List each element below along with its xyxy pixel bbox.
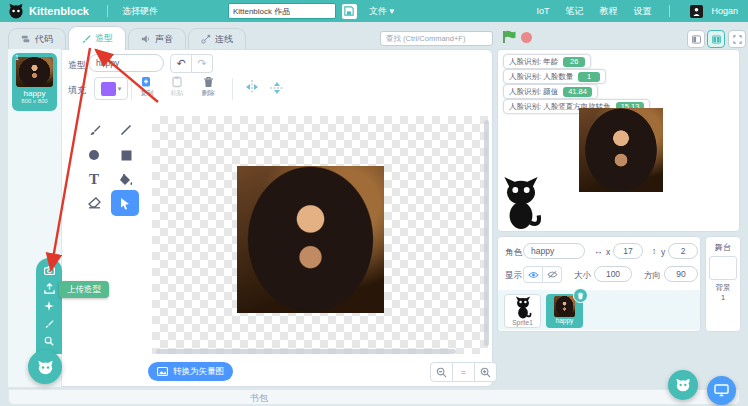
monitor-age[interactable]: 人脸识别: 年龄 26 (503, 54, 591, 69)
backdrop-count: 1 (706, 293, 740, 302)
hide-button[interactable] (543, 266, 562, 283)
horizontal-scrollbar[interactable] (156, 349, 456, 354)
stop-button[interactable] (521, 32, 532, 43)
menu-notes[interactable]: 笔记 (559, 5, 589, 18)
large-stage-button[interactable] (707, 30, 725, 48)
device-monitor-button[interactable] (707, 376, 736, 405)
monitor-beauty[interactable]: 人脸识别: 颜值 41.84 (503, 84, 598, 99)
backpack-bar[interactable]: 书包 (8, 389, 740, 405)
flip-horizontal-icon (244, 80, 260, 94)
costume-name: happy (12, 89, 57, 98)
stage-selector[interactable]: 舞台 背景 1 (705, 236, 741, 332)
surprise-icon (44, 301, 54, 311)
redo-button[interactable]: ↷ (192, 54, 213, 73)
menu-tutorial[interactable]: 教程 (593, 5, 623, 18)
menu-select-hardware[interactable]: 选择硬件 (116, 5, 164, 18)
vertical-scrollbar[interactable] (484, 120, 489, 346)
show-button[interactable] (523, 266, 543, 283)
sprite-item-sprite1[interactable]: Sprite1 (504, 294, 541, 328)
save-button[interactable] (342, 4, 357, 19)
camera-button[interactable] (40, 263, 58, 279)
x-input[interactable] (613, 243, 643, 259)
code-tab-icon (21, 34, 31, 44)
fullscreen-button[interactable] (728, 30, 746, 48)
add-sprite-button[interactable] (668, 370, 698, 400)
line-tool[interactable] (114, 119, 138, 141)
text-tool-icon: T (89, 171, 99, 188)
costume-name-input[interactable] (88, 54, 164, 72)
choose-costume-button[interactable] (40, 333, 58, 349)
delete-sprite-button[interactable] (573, 288, 588, 303)
upload-costume-button[interactable] (40, 280, 58, 296)
paint-canvas[interactable] (152, 116, 488, 354)
backpack-label: 书包 (219, 392, 299, 405)
flip-horizontal-button[interactable] (244, 80, 260, 94)
y-input[interactable] (668, 243, 698, 259)
flip-vertical-button[interactable] (270, 80, 284, 96)
delete-button[interactable]: 删除 (195, 76, 221, 98)
zoom-out-icon (436, 367, 447, 378)
rect-tool[interactable] (114, 144, 138, 166)
undo-button[interactable]: ↶ (170, 54, 192, 73)
menu-settings[interactable]: 设置 (627, 5, 657, 18)
tab-sound[interactable]: 声音 (128, 28, 186, 49)
canvas-image-happy[interactable] (237, 166, 384, 313)
line-tool-icon (120, 124, 132, 136)
green-flag-icon[interactable] (503, 30, 516, 44)
flip-vertical-icon (270, 80, 284, 96)
direction-input[interactable] (664, 266, 698, 282)
eraser-tool[interactable] (82, 192, 106, 214)
avatar[interactable] (690, 5, 703, 18)
paste-button[interactable]: 粘贴 (164, 76, 190, 98)
search-input[interactable] (380, 31, 493, 46)
sprite-item-happy[interactable]: happy (546, 294, 583, 328)
undo-icon: ↶ (176, 58, 185, 69)
size-input[interactable] (594, 266, 632, 282)
sprite-name-input[interactable] (523, 243, 585, 259)
paint-costume-button[interactable] (40, 316, 58, 332)
happy-thumbnail (554, 296, 575, 317)
fill-tool-icon (119, 173, 133, 186)
eye-icon (528, 271, 539, 279)
brush-tab-icon (81, 34, 91, 44)
circle-tool[interactable] (82, 144, 106, 166)
select-tool[interactable] (111, 190, 139, 216)
tab-wire[interactable]: 连线 (188, 28, 246, 49)
user-name[interactable]: Hogan (711, 6, 738, 16)
zoom-in-button[interactable] (475, 362, 497, 382)
add-costume-button[interactable] (28, 350, 62, 384)
menu-file[interactable]: 文件 ▾ (363, 5, 400, 18)
menu-iot[interactable]: IoT (530, 6, 555, 16)
trash-icon (203, 76, 214, 88)
costume-size: 800 x 800 (12, 98, 57, 104)
happy-sprite-on-stage[interactable] (579, 108, 663, 192)
convert-to-vector-button[interactable]: 转换为矢量图 (148, 362, 233, 381)
tab-costume[interactable]: 造型 (68, 26, 126, 50)
redo-icon: ↷ (197, 58, 206, 69)
text-tool[interactable]: T (82, 168, 106, 190)
copy-button[interactable]: 复制 (134, 76, 160, 98)
sprite-list: Sprite1 happy (498, 290, 700, 330)
upload-costume-tooltip: 上传造型 (59, 281, 109, 298)
surprise-costume-button[interactable] (40, 298, 58, 314)
backdrop-thumbnail (709, 256, 737, 280)
divider (107, 5, 108, 17)
project-name-input[interactable] (228, 3, 336, 19)
stage[interactable]: 人脸识别: 年龄 26 人脸识别: 人脸数量 1 人脸识别: 颜值 41.84 … (497, 49, 740, 232)
save-icon (344, 6, 354, 16)
costume-item-happy[interactable]: 1 happy 800 x 800 (12, 53, 57, 111)
zoom-reset-button[interactable]: = (453, 362, 475, 382)
x-axis-icon: ↔ (594, 246, 603, 256)
dropdown-caret-icon: ▾ (118, 85, 122, 93)
eye-slash-icon (547, 270, 558, 279)
small-stage-button[interactable] (687, 30, 705, 48)
image-icon (157, 367, 168, 376)
costume-name-label: 造型 (68, 59, 86, 72)
brush-tool[interactable] (82, 119, 106, 141)
monitor-face-count[interactable]: 人脸识别: 人脸数量 1 (503, 69, 606, 84)
tab-code[interactable]: 代码 (8, 28, 66, 49)
fill-tool[interactable] (114, 168, 138, 190)
zoom-out-button[interactable] (430, 362, 453, 382)
cat-sprite[interactable] (499, 176, 543, 230)
fill-color-picker[interactable]: ▾ (94, 77, 128, 100)
